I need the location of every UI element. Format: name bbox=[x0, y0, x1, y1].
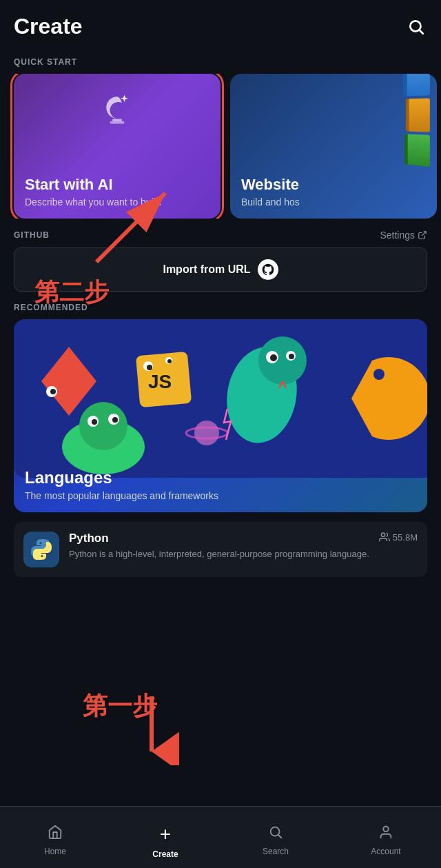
python-icon bbox=[23, 532, 59, 567]
svg-point-15 bbox=[167, 359, 172, 363]
python-count-value: 55.8M bbox=[393, 532, 418, 543]
home-label: Home bbox=[44, 847, 66, 856]
quick-start-website-card[interactable]: Website Build and hos bbox=[230, 74, 437, 219]
ai-card-content: Start with AI Describe what you want to … bbox=[14, 165, 220, 219]
svg-point-33 bbox=[271, 827, 280, 836]
website-card-desc: Build and hos bbox=[241, 196, 426, 208]
python-list-item[interactable]: Python Python is a high-level, interpret… bbox=[14, 522, 427, 577]
svg-point-25 bbox=[270, 354, 277, 361]
svg-point-9 bbox=[50, 389, 56, 394]
website-card-content: Website Build and hos bbox=[230, 165, 437, 219]
svg-point-27 bbox=[289, 354, 294, 359]
languages-title: Languages bbox=[25, 468, 416, 487]
python-count: 55.8M bbox=[379, 532, 418, 543]
languages-decoration: JS bbox=[14, 319, 427, 478]
recommended-section: RECOMMENDED JS bbox=[0, 292, 441, 577]
annotation-step1: 第一步 bbox=[83, 689, 157, 723]
create-icon: + bbox=[153, 822, 178, 847]
svg-line-4 bbox=[422, 232, 426, 236]
languages-card[interactable]: JS bbox=[14, 319, 427, 512]
svg-line-34 bbox=[278, 835, 281, 838]
svg-rect-2 bbox=[112, 119, 122, 122]
create-label: Create bbox=[152, 849, 178, 859]
svg-line-1 bbox=[420, 30, 423, 34]
account-label: Account bbox=[371, 847, 400, 856]
svg-point-23 bbox=[258, 336, 307, 385]
ai-card-title: Start with AI bbox=[25, 176, 209, 194]
quick-start-ai-card[interactable]: Start with AI Describe what you want to … bbox=[14, 74, 220, 219]
website-icon bbox=[230, 74, 437, 150]
quick-start-label: QUICK START bbox=[0, 46, 441, 74]
svg-rect-3 bbox=[110, 121, 125, 124]
python-name: Python bbox=[69, 532, 369, 545]
ai-icon bbox=[14, 74, 220, 150]
github-header: GITHUB Settings bbox=[14, 219, 427, 248]
search-icon[interactable] bbox=[405, 16, 427, 38]
nav-account[interactable]: Account bbox=[331, 807, 441, 868]
page-title: Create bbox=[14, 14, 83, 39]
quick-start-carousel: Start with AI Describe what you want to … bbox=[0, 74, 441, 219]
bottom-nav: Home + Create Search Account bbox=[0, 806, 441, 868]
header: Create bbox=[0, 0, 441, 46]
svg-point-28 bbox=[373, 369, 384, 380]
languages-desc: The most popular languages and framework… bbox=[25, 490, 416, 501]
account-icon bbox=[378, 825, 393, 844]
search-nav-icon bbox=[268, 825, 283, 844]
nav-search[interactable]: Search bbox=[220, 807, 331, 868]
recommended-label: RECOMMENDED bbox=[14, 292, 427, 319]
svg-point-35 bbox=[383, 826, 388, 831]
import-url-text: Import from URL bbox=[163, 263, 250, 276]
github-label: GITHUB bbox=[14, 230, 50, 240]
step1-text: 第一步 bbox=[83, 692, 157, 720]
website-card-title: Website bbox=[241, 176, 426, 194]
home-icon bbox=[48, 825, 63, 844]
nav-create[interactable]: + Create bbox=[110, 807, 220, 868]
import-url-button[interactable]: Import from URL bbox=[14, 248, 427, 292]
search-label: Search bbox=[263, 847, 289, 856]
nav-home[interactable]: Home bbox=[0, 807, 110, 868]
svg-point-19 bbox=[92, 419, 97, 425]
svg-text:JS: JS bbox=[148, 371, 172, 392]
svg-point-17 bbox=[79, 402, 127, 450]
python-info: Python Python is a high-level, interpret… bbox=[69, 532, 369, 561]
svg-point-13 bbox=[147, 365, 152, 370]
ai-card-desc: Describe what you want to build bbox=[25, 196, 209, 208]
svg-point-21 bbox=[112, 417, 118, 423]
settings-label: Settings bbox=[380, 230, 415, 241]
svg-point-29 bbox=[194, 421, 219, 445]
python-desc: Python is a high-level, interpreted, gen… bbox=[69, 548, 369, 561]
github-icon bbox=[258, 259, 278, 280]
languages-card-content: Languages The most popular languages and… bbox=[14, 457, 427, 512]
github-settings-link[interactable]: Settings bbox=[380, 230, 427, 241]
svg-point-31 bbox=[381, 533, 384, 536]
github-section: GITHUB Settings Import from URL bbox=[0, 219, 441, 292]
